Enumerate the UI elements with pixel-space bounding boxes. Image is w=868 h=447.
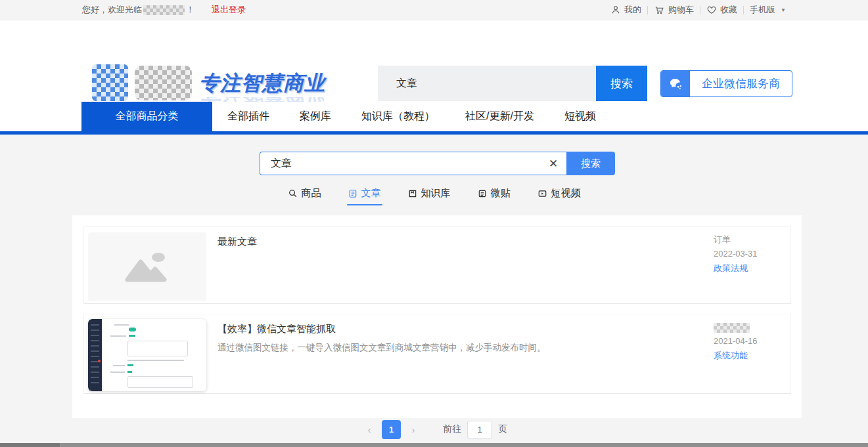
search-box: ✕ (260, 152, 566, 175)
result-tabs: 商品 文章 知识库 微贴 (0, 187, 868, 205)
tab-videos[interactable]: 短视频 (537, 187, 581, 205)
favorites-label: 收藏 (720, 4, 737, 16)
tab-posts-label: 微贴 (491, 187, 511, 200)
main-nav: 全部商品分类 全部插件 案例库 知识库（教程） 社区/更新/开发 短视频 (0, 102, 868, 131)
logout-link[interactable]: 退出登录 (212, 4, 246, 16)
header-search-button[interactable]: 搜索 (596, 66, 647, 101)
horizontal-scrollbar (0, 443, 868, 447)
next-page-button[interactable]: › (405, 424, 422, 435)
nav-item-case-library[interactable]: 案例库 (285, 102, 346, 131)
mobile-version-label: 手机版 (750, 4, 775, 16)
page-unit-label: 页 (498, 423, 507, 435)
goto-label: 前往 (443, 423, 461, 435)
article-icon (348, 189, 357, 198)
mini-toggle (129, 328, 136, 331)
post-icon (478, 189, 487, 198)
page-number-1[interactable]: 1 (382, 420, 401, 439)
header-search-input[interactable] (378, 66, 596, 101)
article-thumbnail-screenshot[interactable] (88, 319, 206, 391)
prev-page-button[interactable]: ‹ (361, 424, 378, 435)
tab-goods-label: 商品 (302, 187, 321, 200)
main-content: ✕ 搜索 商品 文章 知识库 (0, 135, 868, 447)
nav-item-knowledge-base[interactable]: 知识库（教程） (346, 102, 450, 131)
article-tag-link[interactable]: 系统功能 (714, 349, 758, 363)
article-tag-link[interactable]: 政策法规 (714, 261, 758, 276)
chevron-down-icon: ▼ (781, 7, 786, 13)
nav-item-community[interactable]: 社区/更新/开发 (450, 102, 549, 131)
cart-link[interactable]: 购物车 (654, 4, 694, 16)
blurred-category (714, 323, 750, 333)
tab-articles-label: 文章 (361, 187, 381, 200)
blurred-logo-icon (92, 64, 128, 101)
article-title[interactable]: 【效率】微信文章智能抓取 (217, 323, 336, 335)
article-title[interactable]: 最新文章 (217, 236, 257, 248)
cart-label: 购物车 (668, 4, 694, 16)
mobile-version-link[interactable]: 手机版 ▼ (750, 4, 786, 16)
wechat-service-label: 企业微信服务商 (690, 76, 792, 91)
cart-icon (654, 5, 665, 15)
greeting-suffix: ！ (186, 4, 194, 16)
scrollbar-thumb[interactable] (0, 443, 60, 447)
tab-knowledge-label: 知识库 (421, 187, 451, 200)
slogan-text: 专注智慧商业 (199, 70, 324, 97)
topbar: 您好，欢迎光临 ！ 退出登录 我的 购物车 (0, 0, 868, 20)
search-input[interactable] (260, 158, 540, 169)
result-row: 最新文章 订单 2022-03-31 政策法规 (83, 226, 791, 304)
blurred-username (143, 5, 185, 15)
result-row: 【效率】微信文章智能抓取 通过微信图文链接，一键导入微信图文文章到商城文章营销中… (83, 314, 791, 394)
header-search: 搜索 (378, 66, 647, 101)
blurred-logo-text (135, 66, 192, 100)
search-icon (288, 188, 298, 198)
mini-badge (98, 360, 101, 362)
nav-item-short-video[interactable]: 短视频 (549, 102, 611, 131)
page: 您好，欢迎光临 ！ 退出登录 我的 购物车 (0, 0, 868, 447)
goto-page: 前往 页 (443, 421, 507, 438)
tab-knowledge[interactable]: 知识库 (408, 187, 451, 205)
divider (743, 6, 744, 14)
greeting-prefix: 您好，欢迎光临 (82, 4, 142, 16)
article-meta: 订单 2022-03-31 政策法规 (714, 232, 758, 276)
mini-sidebar (88, 319, 102, 391)
pagination: ‹ 1 › 前往 页 (0, 419, 868, 439)
wechat-work-icon (661, 71, 690, 96)
knowledge-icon (408, 189, 417, 198)
topbar-greeting: 您好，欢迎光临 ！ 退出登录 (82, 4, 246, 16)
favorites-link[interactable]: 收藏 (706, 4, 737, 16)
video-icon (537, 189, 547, 198)
image-placeholder-icon (124, 249, 171, 285)
my-account-label: 我的 (624, 4, 641, 16)
clear-icon[interactable]: ✕ (540, 157, 566, 171)
wechat-service-button[interactable]: 企业微信服务商 (660, 70, 792, 97)
heart-icon (706, 5, 717, 15)
search-panel: ✕ 搜索 (260, 152, 615, 175)
header: 专注智慧商业 专注智慧商业 搜索 企业微信服务商 (0, 21, 868, 102)
article-description: 通过微信图文链接，一键导入微信图文文章到商城文章营销中，减少手动发布时间。 (217, 342, 546, 354)
article-thumbnail-placeholder[interactable] (88, 232, 206, 301)
divider (647, 6, 648, 14)
goto-page-input[interactable] (467, 421, 492, 438)
site-logo[interactable] (92, 64, 192, 101)
user-icon (610, 5, 621, 15)
tab-videos-label: 短视频 (551, 187, 581, 200)
nav-item-all-plugins[interactable]: 全部插件 (212, 102, 285, 131)
tab-goods[interactable]: 商品 (288, 187, 321, 205)
article-category: 订单 (714, 232, 758, 247)
tab-articles[interactable]: 文章 (348, 187, 381, 205)
topbar-links: 我的 购物车 收藏 手机版 ▼ (610, 4, 786, 16)
article-meta: 2021-04-16 系统功能 (714, 320, 758, 363)
search-button[interactable]: 搜索 (566, 152, 615, 175)
my-account-link[interactable]: 我的 (610, 4, 641, 16)
tab-posts[interactable]: 微贴 (478, 187, 511, 205)
divider (700, 6, 700, 14)
article-date: 2021-04-16 (714, 334, 758, 349)
article-date: 2022-03-31 (714, 247, 758, 261)
nav-item-all-categories[interactable]: 全部商品分类 (81, 102, 212, 131)
results-card: 最新文章 订单 2022-03-31 政策法规 (72, 215, 802, 418)
